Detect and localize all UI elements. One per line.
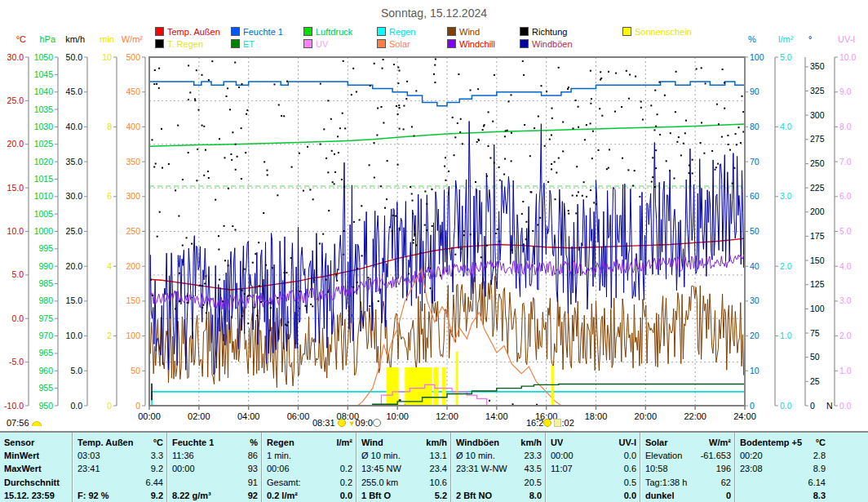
svg-text:0: 0 — [107, 401, 112, 411]
table-cell-value: 2.8 — [813, 449, 826, 462]
table-column-uv: UVUV-I00:000.011:070.60.50.0 — [545, 433, 640, 502]
table-row-label: Sensor — [4, 436, 69, 449]
svg-text:970: 970 — [38, 331, 53, 340]
svg-text:24:00: 24:00 — [733, 411, 756, 421]
astro-time: 16:2 — [526, 418, 543, 428]
table-cell-value: 93 — [248, 462, 258, 475]
table-cell: 11:07 — [551, 462, 573, 475]
svg-text:950: 950 — [38, 401, 53, 411]
svg-text:°: ° — [808, 34, 812, 44]
table-cell: Gesamt: — [267, 476, 301, 489]
table-cell-value: 8.3 — [813, 489, 826, 502]
svg-text:995: 995 — [38, 243, 53, 253]
svg-text:975: 975 — [38, 313, 53, 323]
svg-text:5.0: 5.0 — [11, 269, 24, 279]
svg-text:10.0: 10.0 — [7, 226, 24, 236]
svg-text:-10.0: -10.0 — [4, 401, 24, 411]
svg-text:985: 985 — [38, 278, 53, 288]
svg-text:04:00: 04:00 — [237, 411, 260, 421]
svg-text:14:00: 14:00 — [485, 411, 508, 421]
svg-text:250: 250 — [126, 226, 140, 236]
svg-text:75: 75 — [810, 328, 820, 338]
table-cell: 1 min. — [267, 449, 291, 462]
table-cell: 11:36 — [172, 449, 194, 462]
svg-text:300: 300 — [126, 191, 140, 201]
svg-text:25.0: 25.0 — [7, 96, 24, 105]
svg-text:0.0: 0.0 — [70, 401, 82, 411]
svg-text:50: 50 — [750, 226, 760, 236]
svg-text:80: 80 — [750, 122, 760, 131]
table-cell: 255.0 km — [361, 476, 398, 489]
svg-text:5.0: 5.0 — [780, 52, 792, 62]
svg-text:45.0: 45.0 — [66, 87, 83, 96]
table-cell-value: 6.44 — [146, 476, 163, 489]
astro-time: 07:56 — [7, 418, 29, 428]
svg-text:W/m²: W/m² — [122, 34, 144, 44]
astro-marker: 07:56 — [7, 418, 42, 428]
astro-time: 09:0 — [356, 418, 373, 428]
weather-day-chart: °C-10.0-5.00.05.010.015.020.025.030.0hPa… — [0, 0, 868, 431]
arrow-icon: ▼ — [348, 420, 356, 428]
table-cell: Elevation — [645, 449, 682, 462]
table-cell-value: 91 — [248, 476, 258, 489]
table-cell-value: 0.0 — [624, 489, 636, 502]
table-cell-value: 8.0 — [529, 489, 542, 502]
svg-text:06:00: 06:00 — [287, 411, 310, 421]
table-column-unit: km/h — [520, 436, 542, 449]
svg-text:10: 10 — [102, 52, 112, 62]
svg-text:min: min — [100, 34, 114, 44]
halfsun-icon — [32, 421, 42, 426]
svg-text:8.0: 8.0 — [839, 122, 852, 131]
table-column-unit: % — [250, 436, 258, 449]
table-row-label: MinWert — [4, 449, 69, 462]
svg-text:6: 6 — [107, 191, 112, 201]
svg-text:10: 10 — [750, 366, 760, 375]
table-cell: 2 Bft NO — [456, 489, 492, 502]
svg-text:0.0: 0.0 — [11, 313, 24, 323]
svg-text:60: 60 — [750, 191, 760, 201]
table-column-name: Windböen — [456, 436, 499, 449]
astro-time — [29, 418, 32, 428]
table-column-bodentemp-5: Bodentemp +5°C00:202.823:088.96.148.3 — [734, 433, 829, 502]
table-cell: Ø 10 min. — [456, 449, 495, 462]
svg-text:30.0: 30.0 — [7, 52, 24, 62]
moon-icon — [373, 419, 381, 427]
statistics-table: SensorMinWertMaxWertDurchschnitt15.12. 2… — [0, 431, 868, 502]
svg-text:350: 350 — [126, 157, 140, 167]
svg-text:15.0: 15.0 — [66, 295, 83, 305]
svg-text:200: 200 — [810, 207, 825, 216]
svg-text:30.0: 30.0 — [66, 191, 83, 201]
svg-text:2.0: 2.0 — [780, 261, 792, 271]
table-cell-value: 62 — [721, 476, 731, 489]
table-cell: 8.22 g/m³ — [172, 489, 211, 502]
table-row-label: Durchschnitt — [4, 476, 69, 489]
svg-text:UV-I: UV-I — [838, 34, 855, 44]
table-cell-value: 5.2 — [435, 489, 447, 502]
table-cell: 00:00 — [172, 462, 195, 475]
svg-text:275: 275 — [810, 134, 825, 144]
astro-time: 08:31 — [312, 418, 335, 428]
astro-marker: 08:31 ▼09:0 — [312, 418, 381, 428]
svg-text:325: 325 — [810, 86, 825, 96]
svg-text:3.0: 3.0 — [780, 191, 792, 201]
svg-text:1040: 1040 — [34, 87, 54, 96]
svg-text:1050: 1050 — [34, 52, 54, 62]
svg-text:1020: 1020 — [34, 157, 54, 167]
svg-text:100: 100 — [126, 331, 140, 340]
svg-text:1000: 1000 — [34, 226, 54, 236]
svg-text:5.0: 5.0 — [839, 226, 852, 236]
table-cell-value: 20.5 — [525, 476, 542, 489]
table-cell-value: -61.653 — [701, 449, 731, 462]
table-row-labels: SensorMinWertMaxWertDurchschnitt15.12. 2… — [0, 433, 72, 502]
svg-text:50: 50 — [131, 366, 140, 375]
table-cell-value: 9.2 — [151, 489, 163, 502]
svg-text:0: 0 — [750, 401, 755, 411]
table-column-name: Feuchte 1 — [172, 436, 214, 449]
svg-text:3.0: 3.0 — [839, 295, 852, 305]
svg-text:N: N — [826, 401, 833, 411]
table-cell-value: 13.1 — [430, 449, 447, 462]
astro-marker: 16:2 :02 — [526, 418, 574, 428]
svg-text:10:00: 10:00 — [386, 411, 409, 421]
svg-text:225: 225 — [810, 183, 825, 193]
svg-text:100: 100 — [810, 304, 825, 313]
